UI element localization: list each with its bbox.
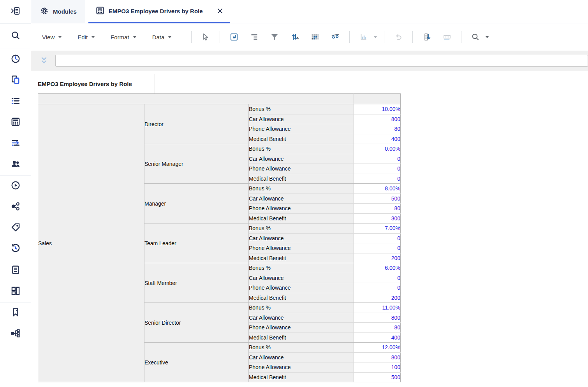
toolbar-search-button[interactable] (468, 30, 482, 44)
grid-cell-value[interactable]: 500 (354, 194, 401, 204)
grid-row-header-line-item[interactable]: Medical Benefit (249, 332, 354, 343)
grid-row-header-line-item[interactable]: Phone Allowance (249, 243, 354, 253)
tab-modules[interactable]: Modules (31, 0, 85, 23)
sidebar-item-pages[interactable] (0, 281, 31, 302)
grid-cell-value[interactable]: 200 (354, 253, 401, 263)
grid-row-header-line-item[interactable]: Bonus % (249, 104, 354, 114)
grid-row-header-line-item[interactable]: Bonus % (249, 343, 354, 353)
grid-row-header-role[interactable]: Executive (144, 343, 249, 382)
sidebar-item-processes[interactable] (0, 176, 31, 197)
sidebar-item-versions[interactable] (0, 70, 31, 91)
formula-bar-expand-button[interactable] (40, 56, 48, 65)
grid-cell-value[interactable]: 200 (354, 293, 401, 303)
chart-type-caret-button[interactable] (371, 30, 379, 44)
sidebar-item-tags[interactable] (0, 218, 31, 239)
grid-cell-value[interactable]: 8.00% (354, 184, 401, 194)
grid-row-header-line-item[interactable]: Car Allowance (249, 194, 354, 204)
grid-row-header-line-item[interactable]: Medical Benefit (249, 293, 354, 303)
grid-cell-value[interactable]: 0.00% (354, 144, 401, 154)
grid-cell-value[interactable]: 7.00% (354, 223, 401, 234)
column-format-button[interactable] (420, 30, 434, 44)
grid-row-header-line-item[interactable]: Medical Benefit (249, 253, 354, 263)
grid-row-header-line-item[interactable]: Bonus % (249, 184, 354, 194)
grid-cell-value[interactable]: 12.00% (354, 343, 401, 353)
grid-cell-value[interactable]: 80 (354, 124, 401, 134)
grid-cell-value[interactable]: 0 (354, 164, 401, 174)
grid-row-header-role[interactable]: Senior Director (144, 303, 249, 343)
grid-cell-value[interactable]: 0 (354, 283, 401, 293)
grid-cell-value[interactable]: 11.00% (354, 303, 401, 313)
grid-row-header-line-item[interactable]: Car Allowance (249, 154, 354, 164)
grid-cell-value[interactable]: 0 (354, 233, 401, 243)
menu-view[interactable]: View (42, 34, 62, 40)
sidebar-item-users[interactable] (0, 154, 31, 175)
grid-row-header-level1[interactable]: Sales (38, 104, 144, 382)
pointer-tool-button[interactable] (199, 30, 213, 44)
grid-row-header-line-item[interactable]: Phone Allowance (249, 204, 354, 214)
grid-row-header-line-item[interactable]: Bonus % (249, 303, 354, 313)
menu-data[interactable]: Data (152, 34, 172, 40)
sidebar-item-time[interactable] (0, 49, 31, 70)
close-tab-icon[interactable] (217, 8, 223, 14)
grid-row-header-line-item[interactable]: Car Allowance (249, 352, 354, 362)
grid-row-header-line-item[interactable]: Medical Benefit (249, 174, 354, 184)
sidebar-item-modules[interactable] (0, 112, 31, 133)
grid-row-header-line-item[interactable]: Phone Allowance (249, 124, 354, 134)
undo-button[interactable] (391, 30, 405, 44)
freeze-panes-button[interactable] (440, 30, 454, 44)
grid-cell-value[interactable]: 80 (354, 323, 401, 333)
grid-cell-value[interactable]: 500 (354, 372, 401, 382)
grid-row-header-line-item[interactable]: Car Allowance (249, 313, 354, 323)
grid-cell-value[interactable]: 80 (354, 204, 401, 214)
toolbar-search-caret-button[interactable] (483, 30, 491, 44)
grid-cell-value[interactable]: 0 (354, 174, 401, 184)
grid-column-header-values[interactable] (354, 94, 401, 104)
grid-row-header-line-item[interactable]: Bonus % (249, 263, 354, 273)
menu-format[interactable]: Format (111, 34, 137, 40)
sidebar-item-notes[interactable] (0, 260, 31, 281)
grid-cell-value[interactable]: 800 (354, 313, 401, 323)
grid-cell-value[interactable]: 10.00% (354, 104, 401, 114)
sidebar-item-search[interactable] (0, 24, 31, 49)
sidebar-item-hierarchy[interactable] (0, 324, 31, 345)
grid-cell-value[interactable]: 0 (354, 243, 401, 253)
grid-column-header-rows[interactable] (38, 94, 354, 104)
grid-row-header-line-item[interactable]: Medical Benefit (249, 213, 354, 223)
chart-button[interactable] (357, 30, 371, 44)
grid-cell-value[interactable]: 800 (354, 114, 401, 124)
pivot-button[interactable] (227, 30, 241, 44)
grid-cell-value[interactable]: 0 (354, 273, 401, 283)
grid-row-header-role[interactable]: Staff Member (144, 263, 249, 303)
conditional-formatting-button[interactable] (308, 30, 322, 44)
grid-row-header-line-item[interactable]: Bonus % (249, 144, 354, 154)
grid-cell-value[interactable]: 400 (354, 332, 401, 343)
grid-row-header-line-item[interactable]: Phone Allowance (249, 283, 354, 293)
grid-row-header-role[interactable]: Manager (144, 184, 249, 223)
grid-cell-value[interactable]: 6.00% (354, 263, 401, 273)
menu-edit[interactable]: Edit (77, 34, 95, 40)
formula-input[interactable] (55, 55, 588, 67)
sidebar-item-history[interactable] (0, 239, 31, 260)
grid-cell-value[interactable]: 100 (354, 362, 401, 373)
sidebar-item-bookmarks[interactable] (0, 303, 31, 324)
grid-cell-value[interactable]: 800 (354, 352, 401, 362)
grid-row-header-line-item[interactable]: Bonus % (249, 223, 354, 234)
compare-button[interactable] (328, 30, 342, 44)
sidebar-item-lists[interactable] (0, 91, 31, 112)
grid-row-header-role[interactable]: Director (144, 104, 249, 144)
sidebar-item-actions[interactable] (0, 133, 31, 154)
grid-row-header-line-item[interactable]: Medical Benefit (249, 134, 354, 144)
grid-row-header-line-item[interactable]: Car Allowance (249, 273, 354, 283)
sort-button[interactable] (288, 30, 302, 44)
grid-row-header-role[interactable]: Senior Manager (144, 144, 249, 184)
grid-row-header-line-item[interactable]: Medical Benefit (249, 372, 354, 382)
grid-row-header-line-item[interactable]: Car Allowance (249, 114, 354, 124)
sidebar-item-share[interactable] (0, 197, 31, 218)
grid-row-header-role[interactable]: Team Leader (144, 223, 249, 263)
grid-row-header-line-item[interactable]: Phone Allowance (249, 362, 354, 373)
filter-button[interactable] (268, 30, 282, 44)
grid-cell-value[interactable]: 300 (354, 213, 401, 223)
totals-button[interactable] (247, 30, 261, 44)
grid-row-header-line-item[interactable]: Car Allowance (249, 233, 354, 243)
sidebar-expand-panel-button[interactable] (0, 0, 31, 23)
